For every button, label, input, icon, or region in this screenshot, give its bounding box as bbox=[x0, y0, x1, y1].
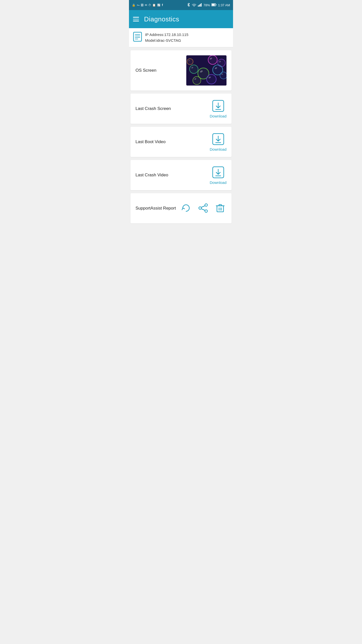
support-assist-report-card: SupportAssist Report bbox=[130, 193, 232, 223]
notification-icon-mail: ✉ bbox=[145, 4, 147, 7]
svg-rect-7 bbox=[133, 32, 142, 41]
last-crash-screen-download-label: Download bbox=[210, 114, 227, 118]
svg-rect-1 bbox=[199, 5, 200, 7]
delete-button[interactable] bbox=[214, 202, 227, 215]
svg-point-35 bbox=[193, 76, 201, 85]
last-boot-video-download-button[interactable]: Download bbox=[210, 133, 227, 151]
last-crash-video-download-button[interactable]: Download bbox=[210, 166, 227, 185]
device-info-section: IP Address:172.18.10.115 Model:idrac-SVC… bbox=[129, 28, 233, 47]
svg-rect-0 bbox=[198, 6, 199, 7]
last-crash-video-card: Last Crash Video Download bbox=[130, 160, 232, 190]
device-icon bbox=[133, 32, 142, 44]
os-screen-image bbox=[186, 55, 227, 86]
device-details: IP Address:172.18.10.115 Model:idrac-SVC… bbox=[145, 32, 188, 43]
status-left-icons: 🔒 🗝 🖼 ✉ ⏱ 📋 🔄 f bbox=[132, 3, 163, 7]
svg-point-29 bbox=[207, 74, 216, 84]
last-crash-screen-label: Last Crash Screen bbox=[135, 106, 171, 111]
svg-point-14 bbox=[208, 55, 217, 64]
notification-icon-lock: 🔒 bbox=[132, 4, 135, 7]
svg-rect-5 bbox=[216, 4, 216, 5]
ip-address: IP Address:172.18.10.115 bbox=[145, 32, 188, 38]
notification-icon-clipboard: 📋 bbox=[152, 4, 156, 7]
notification-icon-sync: 🔄 bbox=[157, 4, 161, 7]
page-title: Diagnostics bbox=[144, 15, 179, 23]
support-actions-group bbox=[180, 202, 227, 215]
current-time: 1:37 AM bbox=[218, 3, 230, 7]
os-screen-card: OS Screen bbox=[130, 50, 232, 91]
svg-point-50 bbox=[199, 207, 201, 209]
status-bar: 🔒 🗝 🖼 ✉ ⏱ 📋 🔄 f bbox=[129, 0, 233, 10]
battery-icon bbox=[211, 3, 216, 7]
notification-icon-facebook: f bbox=[162, 3, 163, 7]
model-info: Model:idrac-SVCTAG bbox=[145, 38, 188, 44]
svg-rect-3 bbox=[201, 3, 202, 7]
content-area: OS Screen bbox=[129, 47, 233, 226]
last-crash-screen-card: Last Crash Screen Download bbox=[130, 94, 232, 124]
last-crash-video-label: Last Crash Video bbox=[135, 173, 168, 178]
svg-point-38 bbox=[187, 59, 193, 65]
last-boot-video-download-label: Download bbox=[210, 147, 227, 151]
refresh-button[interactable] bbox=[180, 202, 192, 215]
last-crash-screen-download-button[interactable]: Download bbox=[210, 99, 227, 118]
svg-rect-6 bbox=[212, 4, 215, 6]
notification-icon-timer: ⏱ bbox=[148, 4, 151, 7]
svg-point-49 bbox=[205, 204, 207, 206]
battery-percentage: 78% bbox=[203, 3, 210, 7]
svg-point-51 bbox=[205, 210, 207, 212]
last-boot-video-card: Last Boot Video Download bbox=[130, 127, 232, 157]
last-crash-video-download-label: Download bbox=[210, 180, 227, 185]
signal-icon bbox=[198, 3, 202, 7]
notification-icon-image: 🖼 bbox=[141, 4, 144, 7]
svg-line-53 bbox=[201, 209, 205, 210]
last-boot-video-label: Last Boot Video bbox=[135, 139, 166, 144]
svg-rect-2 bbox=[200, 4, 201, 7]
svg-rect-56 bbox=[219, 205, 221, 206]
notification-icon-key: 🗝 bbox=[137, 4, 140, 7]
share-button[interactable] bbox=[197, 202, 209, 215]
status-right-icons: 78% 1:37 AM bbox=[187, 3, 230, 8]
svg-line-52 bbox=[201, 206, 205, 207]
app-bar: Diagnostics bbox=[129, 10, 233, 28]
bluetooth-icon bbox=[187, 3, 190, 8]
os-screen-label: OS Screen bbox=[135, 68, 156, 73]
wifi-icon bbox=[192, 3, 196, 7]
menu-button[interactable] bbox=[133, 17, 139, 21]
support-assist-report-label: SupportAssist Report bbox=[135, 206, 176, 211]
svg-point-26 bbox=[190, 65, 198, 73]
